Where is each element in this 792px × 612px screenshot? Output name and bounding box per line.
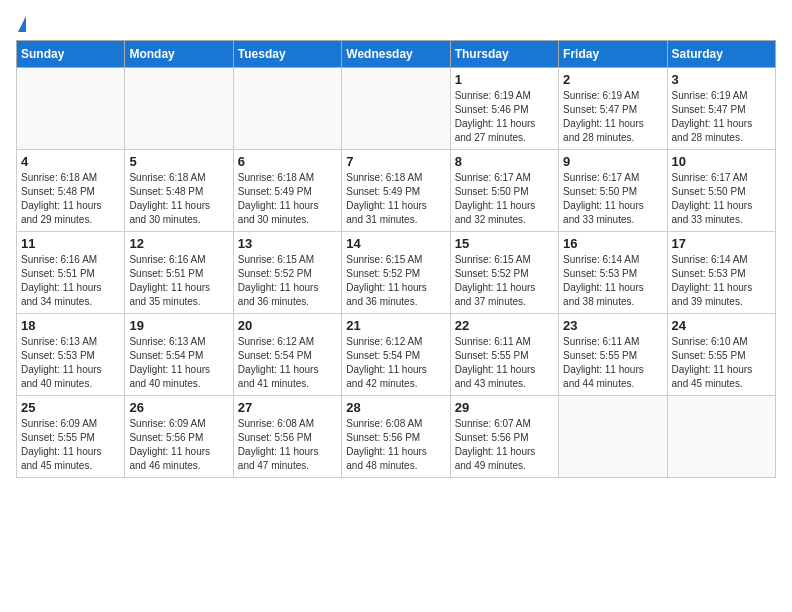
day-cell: 23Sunrise: 6:11 AMSunset: 5:55 PMDayligh… [559, 314, 667, 396]
day-number: 15 [455, 236, 554, 251]
day-info: Sunrise: 6:16 AMSunset: 5:51 PMDaylight:… [129, 253, 228, 309]
col-header-monday: Monday [125, 41, 233, 68]
day-number: 9 [563, 154, 662, 169]
day-number: 10 [672, 154, 771, 169]
day-number: 3 [672, 72, 771, 87]
day-cell: 29Sunrise: 6:07 AMSunset: 5:56 PMDayligh… [450, 396, 558, 478]
week-row-5: 25Sunrise: 6:09 AMSunset: 5:55 PMDayligh… [17, 396, 776, 478]
day-info: Sunrise: 6:07 AMSunset: 5:56 PMDaylight:… [455, 417, 554, 473]
day-number: 12 [129, 236, 228, 251]
day-info: Sunrise: 6:08 AMSunset: 5:56 PMDaylight:… [238, 417, 337, 473]
day-info: Sunrise: 6:14 AMSunset: 5:53 PMDaylight:… [672, 253, 771, 309]
day-cell [125, 68, 233, 150]
day-cell: 8Sunrise: 6:17 AMSunset: 5:50 PMDaylight… [450, 150, 558, 232]
day-cell: 15Sunrise: 6:15 AMSunset: 5:52 PMDayligh… [450, 232, 558, 314]
day-info: Sunrise: 6:10 AMSunset: 5:55 PMDaylight:… [672, 335, 771, 391]
day-number: 25 [21, 400, 120, 415]
day-info: Sunrise: 6:15 AMSunset: 5:52 PMDaylight:… [346, 253, 445, 309]
day-number: 18 [21, 318, 120, 333]
day-number: 21 [346, 318, 445, 333]
day-info: Sunrise: 6:18 AMSunset: 5:49 PMDaylight:… [238, 171, 337, 227]
day-info: Sunrise: 6:12 AMSunset: 5:54 PMDaylight:… [238, 335, 337, 391]
day-info: Sunrise: 6:16 AMSunset: 5:51 PMDaylight:… [21, 253, 120, 309]
week-row-2: 4Sunrise: 6:18 AMSunset: 5:48 PMDaylight… [17, 150, 776, 232]
day-number: 26 [129, 400, 228, 415]
day-number: 23 [563, 318, 662, 333]
day-info: Sunrise: 6:19 AMSunset: 5:47 PMDaylight:… [563, 89, 662, 145]
page-header [16, 16, 776, 32]
day-number: 11 [21, 236, 120, 251]
day-number: 2 [563, 72, 662, 87]
day-number: 17 [672, 236, 771, 251]
day-cell: 6Sunrise: 6:18 AMSunset: 5:49 PMDaylight… [233, 150, 341, 232]
day-cell: 10Sunrise: 6:17 AMSunset: 5:50 PMDayligh… [667, 150, 775, 232]
col-header-thursday: Thursday [450, 41, 558, 68]
day-cell: 28Sunrise: 6:08 AMSunset: 5:56 PMDayligh… [342, 396, 450, 478]
day-cell: 27Sunrise: 6:08 AMSunset: 5:56 PMDayligh… [233, 396, 341, 478]
day-cell: 7Sunrise: 6:18 AMSunset: 5:49 PMDaylight… [342, 150, 450, 232]
day-cell: 12Sunrise: 6:16 AMSunset: 5:51 PMDayligh… [125, 232, 233, 314]
col-header-wednesday: Wednesday [342, 41, 450, 68]
day-info: Sunrise: 6:19 AMSunset: 5:46 PMDaylight:… [455, 89, 554, 145]
day-info: Sunrise: 6:09 AMSunset: 5:55 PMDaylight:… [21, 417, 120, 473]
day-cell [233, 68, 341, 150]
day-number: 13 [238, 236, 337, 251]
day-number: 14 [346, 236, 445, 251]
day-info: Sunrise: 6:11 AMSunset: 5:55 PMDaylight:… [563, 335, 662, 391]
day-number: 1 [455, 72, 554, 87]
day-cell: 13Sunrise: 6:15 AMSunset: 5:52 PMDayligh… [233, 232, 341, 314]
day-info: Sunrise: 6:15 AMSunset: 5:52 PMDaylight:… [238, 253, 337, 309]
logo-icon [18, 16, 26, 32]
day-info: Sunrise: 6:14 AMSunset: 5:53 PMDaylight:… [563, 253, 662, 309]
day-info: Sunrise: 6:17 AMSunset: 5:50 PMDaylight:… [455, 171, 554, 227]
header-row: SundayMondayTuesdayWednesdayThursdayFrid… [17, 41, 776, 68]
day-cell: 16Sunrise: 6:14 AMSunset: 5:53 PMDayligh… [559, 232, 667, 314]
col-header-friday: Friday [559, 41, 667, 68]
day-number: 28 [346, 400, 445, 415]
day-cell: 2Sunrise: 6:19 AMSunset: 5:47 PMDaylight… [559, 68, 667, 150]
week-row-4: 18Sunrise: 6:13 AMSunset: 5:53 PMDayligh… [17, 314, 776, 396]
day-number: 27 [238, 400, 337, 415]
day-number: 22 [455, 318, 554, 333]
col-header-saturday: Saturday [667, 41, 775, 68]
day-cell: 1Sunrise: 6:19 AMSunset: 5:46 PMDaylight… [450, 68, 558, 150]
logo [16, 16, 27, 32]
day-number: 7 [346, 154, 445, 169]
day-cell: 25Sunrise: 6:09 AMSunset: 5:55 PMDayligh… [17, 396, 125, 478]
day-cell: 5Sunrise: 6:18 AMSunset: 5:48 PMDaylight… [125, 150, 233, 232]
day-cell: 14Sunrise: 6:15 AMSunset: 5:52 PMDayligh… [342, 232, 450, 314]
day-cell [559, 396, 667, 478]
day-number: 5 [129, 154, 228, 169]
day-cell [17, 68, 125, 150]
day-info: Sunrise: 6:09 AMSunset: 5:56 PMDaylight:… [129, 417, 228, 473]
day-number: 6 [238, 154, 337, 169]
calendar-table: SundayMondayTuesdayWednesdayThursdayFrid… [16, 40, 776, 478]
day-number: 20 [238, 318, 337, 333]
day-cell: 26Sunrise: 6:09 AMSunset: 5:56 PMDayligh… [125, 396, 233, 478]
day-cell: 3Sunrise: 6:19 AMSunset: 5:47 PMDaylight… [667, 68, 775, 150]
day-info: Sunrise: 6:18 AMSunset: 5:49 PMDaylight:… [346, 171, 445, 227]
day-cell: 20Sunrise: 6:12 AMSunset: 5:54 PMDayligh… [233, 314, 341, 396]
day-cell: 22Sunrise: 6:11 AMSunset: 5:55 PMDayligh… [450, 314, 558, 396]
day-cell: 21Sunrise: 6:12 AMSunset: 5:54 PMDayligh… [342, 314, 450, 396]
day-number: 4 [21, 154, 120, 169]
day-info: Sunrise: 6:11 AMSunset: 5:55 PMDaylight:… [455, 335, 554, 391]
col-header-sunday: Sunday [17, 41, 125, 68]
day-number: 29 [455, 400, 554, 415]
week-row-1: 1Sunrise: 6:19 AMSunset: 5:46 PMDaylight… [17, 68, 776, 150]
week-row-3: 11Sunrise: 6:16 AMSunset: 5:51 PMDayligh… [17, 232, 776, 314]
day-info: Sunrise: 6:15 AMSunset: 5:52 PMDaylight:… [455, 253, 554, 309]
day-cell: 4Sunrise: 6:18 AMSunset: 5:48 PMDaylight… [17, 150, 125, 232]
day-info: Sunrise: 6:08 AMSunset: 5:56 PMDaylight:… [346, 417, 445, 473]
day-cell: 19Sunrise: 6:13 AMSunset: 5:54 PMDayligh… [125, 314, 233, 396]
day-info: Sunrise: 6:12 AMSunset: 5:54 PMDaylight:… [346, 335, 445, 391]
day-number: 24 [672, 318, 771, 333]
day-number: 8 [455, 154, 554, 169]
col-header-tuesday: Tuesday [233, 41, 341, 68]
day-cell [667, 396, 775, 478]
day-info: Sunrise: 6:18 AMSunset: 5:48 PMDaylight:… [21, 171, 120, 227]
day-cell: 17Sunrise: 6:14 AMSunset: 5:53 PMDayligh… [667, 232, 775, 314]
day-info: Sunrise: 6:17 AMSunset: 5:50 PMDaylight:… [672, 171, 771, 227]
day-info: Sunrise: 6:19 AMSunset: 5:47 PMDaylight:… [672, 89, 771, 145]
day-cell: 18Sunrise: 6:13 AMSunset: 5:53 PMDayligh… [17, 314, 125, 396]
